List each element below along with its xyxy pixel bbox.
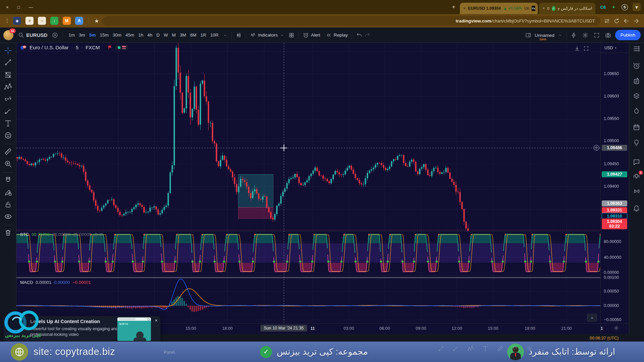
- browser-tab-active[interactable]: × EURUSD 1.09304 ▲ +0.04% Un TV: [460, 3, 538, 14]
- xabcd-pattern-tool-button[interactable]: [4, 83, 13, 92]
- tab-close-icon[interactable]: ×: [542, 6, 545, 11]
- crosshair-tool-button[interactable]: [4, 47, 13, 55]
- timeframe-1m[interactable]: 1m: [66, 31, 77, 39]
- ad-close-icon[interactable]: ×: [155, 317, 158, 323]
- price-scale-currency[interactable]: USD ▾: [600, 43, 629, 53]
- titlebar-extension-icon-2[interactable]: ✦: [612, 5, 615, 10]
- minds-button[interactable]: 1: [633, 173, 641, 181]
- indicators-icon[interactable]: [250, 32, 256, 38]
- hide-all-tool-button[interactable]: [4, 213, 13, 221]
- layout-name-button[interactable]: Unnamed: [535, 33, 554, 38]
- quick-actions-icon[interactable]: [571, 32, 577, 38]
- tab-search-button[interactable]: ▾: [633, 3, 641, 11]
- chat-button[interactable]: [633, 158, 641, 167]
- chart-canvas[interactable]: [16, 43, 600, 323]
- go-to-realtime-icon[interactable]: [574, 46, 580, 51]
- axis-settings-gear-icon[interactable]: [614, 325, 620, 331]
- window-minimize-button[interactable]: —: [29, 5, 33, 9]
- replay-button[interactable]: Replay: [334, 33, 348, 38]
- timeframe-W[interactable]: W: [162, 31, 170, 39]
- timeframe-1R[interactable]: 1R: [199, 31, 208, 39]
- chevron-down-icon[interactable]: [280, 33, 284, 38]
- browser-tab-second[interactable]: × 0 ✓ اسکالپ در فارکس چیست؟: [539, 3, 595, 14]
- redo-icon[interactable]: [364, 32, 370, 38]
- kebab-menu-icon[interactable]: ⋮: [5, 18, 10, 24]
- window-close-button[interactable]: ×: [6, 5, 9, 9]
- stc-pane-header[interactable]: STC 99.70706 75.0000025.00000 ∅ ∅: [20, 232, 103, 237]
- extension-icon-5[interactable]: M: [63, 17, 71, 25]
- watchlist-button[interactable]: [633, 45, 641, 53]
- flag-icon[interactable]: [107, 45, 113, 50]
- extension-icon-6[interactable]: A: [75, 17, 83, 25]
- publish-button[interactable]: Publish: [615, 30, 641, 40]
- bookmark-star-icon[interactable]: ★: [94, 18, 99, 24]
- timeframe-45m[interactable]: 45m: [123, 31, 136, 39]
- save-status[interactable]: Save: [539, 38, 546, 41]
- trend-line-tool-button[interactable]: [4, 58, 13, 67]
- forward-icon[interactable]: [633, 18, 639, 24]
- extension-icon-3[interactable]: ○: [38, 17, 46, 25]
- lock-all-tool-button[interactable]: [4, 200, 13, 209]
- tab-close-icon[interactable]: ×: [463, 6, 466, 11]
- alert-button[interactable]: Alert: [311, 33, 320, 38]
- search-icon[interactable]: [18, 32, 24, 38]
- zoom-in-tool-button[interactable]: [4, 160, 13, 169]
- window-restore-button[interactable]: □: [17, 5, 20, 9]
- chevron-down-icon[interactable]: [223, 33, 227, 38]
- ad-video-thumbnail[interactable]: BIRTH ⓘ: [117, 317, 151, 341]
- timeframe-30m[interactable]: 30m: [111, 31, 123, 39]
- alert-clock-button[interactable]: [633, 62, 641, 70]
- titlebar-extension-icon-3[interactable]: S: [622, 4, 628, 10]
- calendar-button[interactable]: [633, 123, 641, 132]
- legend-status-pill[interactable]: [115, 45, 128, 50]
- timeframe-3M[interactable]: 3M: [178, 31, 188, 39]
- snapshot-camera-icon[interactable]: [605, 32, 611, 38]
- drawing-lock-tool-button[interactable]: [4, 188, 13, 197]
- brush-tool-button[interactable]: [4, 107, 13, 116]
- macd-pane-header[interactable]: MACD 0.000010.00000−0.00001: [20, 280, 91, 285]
- indicators-button[interactable]: Indicators: [258, 33, 278, 38]
- extension-icon-4[interactable]: ↓: [50, 17, 58, 25]
- timeframe-D[interactable]: D: [154, 31, 162, 39]
- timeframe-5m[interactable]: 5m: [87, 31, 98, 39]
- chart-legend[interactable]: Euro / U.S. Dollar · 5 · FXCM: [20, 45, 128, 50]
- trash-tool-button[interactable]: [4, 229, 13, 237]
- user-avatar[interactable]: 11: [3, 30, 13, 40]
- chevron-down-icon[interactable]: [558, 33, 562, 38]
- emoji-tool-button[interactable]: [4, 131, 13, 140]
- timeframe-M[interactable]: M: [170, 31, 178, 39]
- forecast-tool-button[interactable]: [4, 95, 13, 104]
- timeframe-15m[interactable]: 15m: [98, 31, 110, 39]
- journal-button[interactable]: [633, 77, 641, 85]
- notifications-button[interactable]: [633, 204, 641, 213]
- ruler-tool-button[interactable]: [4, 147, 13, 156]
- extension-icon-2[interactable]: ≡: [25, 17, 34, 25]
- timeframe-4h[interactable]: 4h: [145, 31, 154, 39]
- timeframe-3m[interactable]: 3m: [77, 31, 87, 39]
- alert-clock-icon[interactable]: [303, 32, 309, 38]
- magnet-tool-button[interactable]: [4, 176, 13, 185]
- timeframe-1h[interactable]: 1h: [136, 31, 145, 39]
- new-tab-button[interactable]: +: [452, 4, 455, 10]
- symbol-add-icon[interactable]: [52, 32, 58, 38]
- timeframe-10R[interactable]: 10R: [208, 31, 221, 39]
- streams-button[interactable]: [633, 187, 641, 196]
- layout-panel-icon[interactable]: [525, 32, 531, 38]
- ideas-button[interactable]: [633, 139, 641, 147]
- titlebar-extension-icon-1[interactable]: C6: [600, 5, 606, 10]
- chart-style-icon[interactable]: [236, 32, 242, 38]
- extensions-toggle-icon[interactable]: [604, 18, 610, 24]
- settings-gear-icon[interactable]: [582, 32, 588, 38]
- fullscreen-icon[interactable]: [594, 32, 600, 38]
- url-bar[interactable]: tradingview.com/chart/cMbjOsFI/?symbol=B…: [102, 16, 600, 26]
- reload-icon[interactable]: [613, 18, 620, 24]
- undo-icon[interactable]: [356, 32, 362, 38]
- indicator-templates-icon[interactable]: [288, 32, 294, 38]
- scroll-right-button[interactable]: »: [587, 314, 597, 321]
- symbol-button[interactable]: EURUSD: [26, 32, 47, 38]
- price-scale[interactable]: USD ▾ 1.096501.096001.095501.095001.0945…: [600, 43, 629, 334]
- hotlist-button[interactable]: [633, 107, 641, 116]
- text-tool-button[interactable]: [4, 119, 13, 128]
- object-tree-button[interactable]: [633, 92, 641, 101]
- replay-icon[interactable]: [326, 32, 332, 38]
